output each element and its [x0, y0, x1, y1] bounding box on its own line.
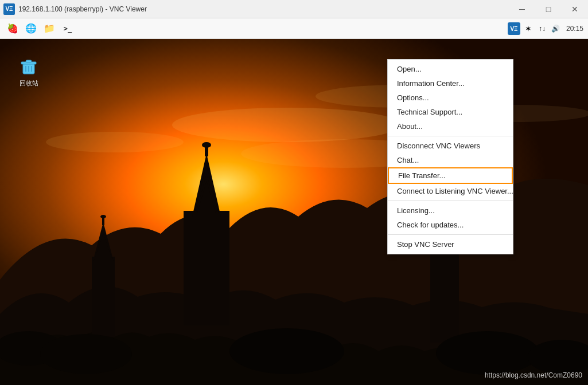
menu-item-information-center[interactable]: Information Center... — [388, 76, 513, 91]
close-button[interactable]: ✕ — [562, 0, 588, 18]
terminal-icon[interactable]: >_ — [60, 21, 76, 37]
window-controls: ─ □ ✕ — [509, 0, 588, 18]
trash-icon — [18, 56, 39, 77]
menu-item-check-for-updates[interactable]: Check for updates... — [388, 218, 513, 232]
svg-point-20 — [229, 328, 344, 374]
svg-point-23 — [172, 108, 402, 142]
menu-item-connect-to-listening[interactable]: Connect to Listening VNC Viewer... — [388, 184, 513, 198]
menu-item-licensing[interactable]: Licensing... — [388, 203, 513, 218]
menu-separator-3 — [388, 234, 513, 235]
raspberry-icon[interactable]: 🍓 — [5, 21, 21, 37]
bluetooth-icon[interactable]: ✶ — [523, 23, 534, 34]
svg-point-25 — [46, 132, 184, 152]
recycle-bin-label: 回收站 — [20, 79, 38, 87]
svg-point-12 — [100, 215, 106, 218]
svg-rect-30 — [26, 60, 32, 62]
clock: 20:15 — [566, 25, 583, 33]
watermark: https://blog.csdn.net/ComZ0690 — [485, 371, 582, 379]
svg-rect-13 — [430, 251, 459, 343]
globe-icon[interactable]: 🌐 — [23, 21, 39, 37]
network-icon[interactable]: ↑↓ — [536, 23, 548, 34]
menu-separator-1 — [388, 136, 513, 136]
desktop: 回收站 Open... Information Center... Option… — [0, 39, 588, 385]
svg-rect-1 — [184, 211, 229, 325]
svg-point-19 — [40, 334, 132, 374]
minimize-button[interactable]: ─ — [509, 0, 535, 18]
toolbar: 🍓 🌐 📁 >_ VΞ ✶ ↑↓ 🔊 20:15 — [0, 18, 588, 39]
menu-separator-2 — [388, 201, 513, 201]
svg-point-21 — [436, 331, 539, 375]
menu-item-chat[interactable]: Chat... — [388, 153, 513, 167]
recycle-bin-icon[interactable]: 回收站 — [11, 56, 46, 87]
vnc-tray-icon[interactable]: VΞ — [508, 22, 520, 35]
context-menu: Open... Information Center... Options...… — [387, 59, 513, 254]
maximize-button[interactable]: □ — [535, 0, 562, 18]
system-tray: VΞ ✶ ↑↓ 🔊 20:15 — [508, 18, 588, 39]
menu-item-file-transfer[interactable]: File Transfer... — [388, 167, 513, 184]
app-icon: VΞ — [3, 3, 15, 15]
window-title: 192.168.1.100 (raspberrypi) - VNC Viewer — [18, 5, 509, 13]
menu-item-disconnect-vnc-viewers[interactable]: Disconnect VNC Viewers — [388, 139, 513, 153]
sound-icon[interactable]: 🔊 — [550, 23, 562, 34]
menu-item-about[interactable]: About... — [388, 119, 513, 133]
menu-item-technical-support[interactable]: Technical Support... — [388, 105, 513, 119]
title-bar: VΞ 192.168.1.100 (raspberrypi) - VNC Vie… — [0, 0, 588, 18]
menu-item-options[interactable]: Options... — [388, 91, 513, 105]
svg-point-7 — [202, 142, 211, 148]
menu-item-open[interactable]: Open... — [388, 62, 513, 76]
svg-rect-8 — [92, 257, 115, 337]
menu-item-stop-vnc-server[interactable]: Stop VNC Server — [388, 237, 513, 252]
folder-icon[interactable]: 📁 — [41, 21, 57, 37]
